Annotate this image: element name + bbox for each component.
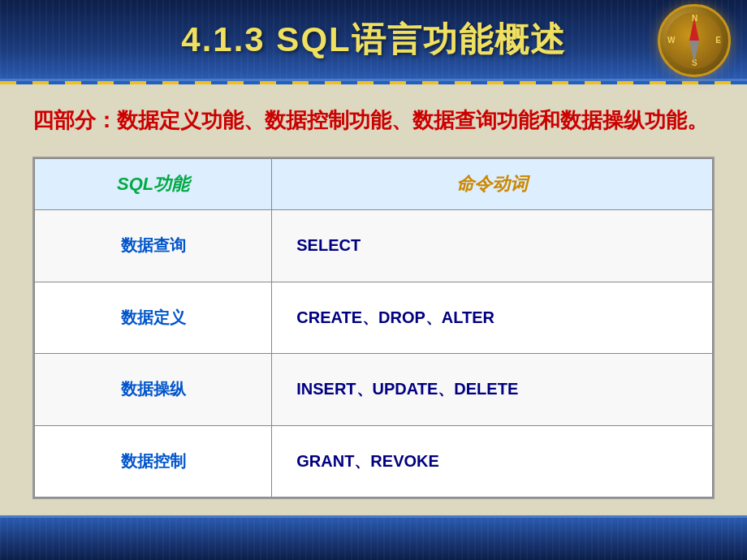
cell-commands-2: INSERT、UPDATE、DELETE — [272, 354, 713, 426]
table-row: 数据定义CREATE、DROP、ALTER — [35, 282, 713, 354]
cell-commands-0: SELECT — [272, 210, 713, 282]
compass-inner: N S W E — [666, 12, 723, 69]
table-row: 数据查询SELECT — [35, 210, 713, 282]
compass-needle-north — [689, 18, 699, 41]
slide-title: 4.1.3 SQL语言功能概述 — [181, 17, 565, 62]
sql-functions-table: SQL功能 命令动词 数据查询SELECT数据定义CREATE、DROP、ALT… — [34, 158, 713, 498]
cell-function-1: 数据定义 — [35, 282, 272, 354]
table-row: 数据操纵INSERT、UPDATE、DELETE — [35, 354, 713, 426]
compass-decoration: N S W E — [658, 4, 731, 77]
col-header-function: SQL功能 — [35, 159, 272, 210]
cell-commands-3: GRANT、REVOKE — [272, 425, 713, 498]
table-header-row: SQL功能 命令动词 — [35, 159, 713, 210]
compass-east: E — [715, 36, 721, 45]
cell-commands-1: CREATE、DROP、ALTER — [272, 282, 713, 354]
slide: 4.1.3 SQL语言功能概述 N S W E 四部分：数据定义功能、数据控制功… — [0, 0, 747, 560]
sql-table-container: SQL功能 命令动词 数据查询SELECT数据定义CREATE、DROP、ALT… — [32, 157, 715, 499]
main-content: 四部分：数据定义功能、数据控制功能、数据查询功能和数据操纵功能。 SQL功能 命… — [0, 84, 747, 515]
compass-west: W — [667, 36, 675, 45]
bottom-bar — [0, 515, 747, 560]
intro-paragraph: 四部分：数据定义功能、数据控制功能、数据查询功能和数据操纵功能。 — [32, 105, 715, 136]
cell-function-0: 数据查询 — [35, 210, 272, 282]
col-header-commands: 命令动词 — [272, 159, 713, 210]
top-bar: 4.1.3 SQL语言功能概述 N S W E — [0, 0, 747, 81]
compass-needle-south — [689, 41, 699, 63]
compass-outer: N S W E — [658, 4, 731, 77]
table-row: 数据控制GRANT、REVOKE — [35, 425, 713, 498]
cell-function-3: 数据控制 — [35, 425, 272, 498]
cell-function-2: 数据操纵 — [35, 354, 272, 426]
